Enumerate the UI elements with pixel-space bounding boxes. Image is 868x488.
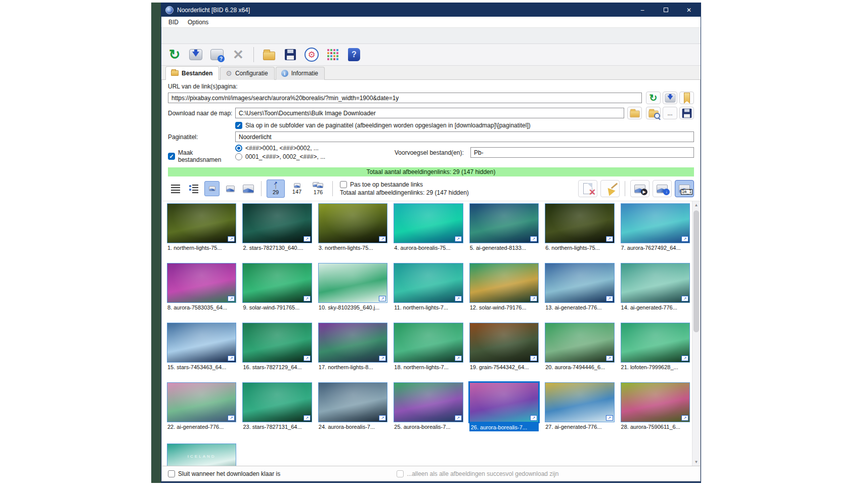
thumbnail-item[interactable]: ↗ 19. grain-7544342_64... <box>469 323 539 370</box>
refresh-url-button[interactable]: ↻ <box>646 92 661 104</box>
maximize-button[interactable] <box>654 3 677 17</box>
thumbnail-item[interactable]: ↗ 27. ai-generated-776... <box>545 382 614 431</box>
thumbnail-image[interactable]: ↗ <box>621 382 690 422</box>
thumbnail-item[interactable]: ↗ 20. aurora-7494446_6... <box>545 323 614 370</box>
make-filenames-checkbox[interactable]: ✓ <box>168 153 175 160</box>
thumbnail-item[interactable]: ↗ 15. stars-7453463_64... <box>167 323 236 370</box>
download-folder-input[interactable] <box>235 108 624 118</box>
thumbnail-image[interactable]: ↗ <box>545 203 614 243</box>
view-large-thumbs-button[interactable] <box>241 181 256 196</box>
thumbnail-item[interactable]: ↗ 2. stars-7827130_640.... <box>242 203 312 251</box>
thumbnail-item[interactable]: ↗ 7. aurora-7627492_64... <box>621 203 690 251</box>
thumbnail-item[interactable]: ↗ 18. northern-lights-7... <box>394 323 463 370</box>
thumbnail-image[interactable]: ↗ <box>318 382 387 422</box>
browse-button[interactable]: ... <box>663 107 677 119</box>
image-gallery-button[interactable] <box>325 47 341 63</box>
thumbnail-item[interactable]: ↗ 24. aurora-borealis-7... <box>318 382 387 431</box>
apply-existing-checkbox[interactable] <box>340 181 347 188</box>
queue-help-button[interactable]: ? <box>209 47 225 63</box>
menu-bid[interactable]: BID <box>164 18 183 27</box>
close-button[interactable]: ✕ <box>677 3 701 17</box>
thumbnail-item[interactable]: ↗ 21. lofoten-7999628_... <box>621 323 690 370</box>
thumbnail-image[interactable]: ↗ <box>621 263 690 303</box>
thumbnail-image[interactable]: ↗ <box>394 382 463 422</box>
tab-informatie[interactable]: i Informatie <box>276 67 325 80</box>
help-button[interactable]: ? <box>346 47 362 63</box>
thumbnail-image[interactable]: ↗ <box>545 382 614 422</box>
thumbnail-item[interactable]: ↗ 10. sky-8102395_640.j... <box>318 263 387 310</box>
thumbnail-item[interactable]: ↗ 6. northern-lights-75... <box>545 203 614 251</box>
thumbnail-item[interactable]: ↗ 12. solar-wind-79176... <box>469 263 539 310</box>
close-when-done-checkbox[interactable] <box>168 470 175 477</box>
thumbnail-item[interactable]: ↗ 13. ai-generated-776... <box>545 263 614 310</box>
thumbnail-image[interactable]: ↗ <box>318 203 387 243</box>
thumbnail-item[interactable]: ↗ 14. ai-generated-776... <box>621 263 690 310</box>
queue-url-button[interactable] <box>663 92 677 104</box>
prefix-input[interactable] <box>470 147 694 158</box>
thumbnail-image[interactable]: ↗ <box>621 203 690 243</box>
thumbnail-item[interactable]: ↗ 11. northern-lights-7... <box>394 263 463 310</box>
filter-links-button[interactable]: ↗ 29 <box>267 180 285 198</box>
save-button[interactable] <box>282 47 298 63</box>
save-settings-button[interactable] <box>679 107 694 119</box>
filter-hidden-button[interactable]: 147 <box>288 180 306 198</box>
thumbnail-image[interactable]: ↗ <box>545 263 614 303</box>
thumbnail-item[interactable]: ↗ 28. aurora-7590611_6... <box>621 382 690 431</box>
bookmark-button[interactable] <box>679 92 694 104</box>
settings-button[interactable]: ⚙ <box>303 47 320 63</box>
thumbnail-item[interactable]: ↗ 17. northern-lights-8... <box>318 323 387 370</box>
add-to-queue-button[interactable] <box>188 47 204 63</box>
filter-all-button[interactable]: 176 <box>309 180 327 198</box>
explore-folder-button[interactable] <box>646 107 661 119</box>
thumbnail-item[interactable]: ↗ 9. solar-wind-791765... <box>242 263 312 310</box>
thumbnail-item[interactable]: ↗ 26. aurora-borealis-7... <box>469 382 539 431</box>
thumbnail-image[interactable]: ↗ <box>242 382 312 422</box>
thumbnail-item[interactable]: ↗ 8. aurora-7583035_64... <box>167 263 236 310</box>
scroll-down-icon[interactable]: ▼ <box>692 458 700 466</box>
thumbnail-image[interactable]: ↗ <box>545 323 614 363</box>
thumbnail-item[interactable]: ↗ 22. ai-generated-776... <box>167 382 236 431</box>
filename-pattern-radio-1[interactable] <box>235 145 242 152</box>
scroll-up-icon[interactable]: ▲ <box>692 201 700 209</box>
thumbnail-item[interactable]: ↗ 5. ai-generated-8133... <box>469 203 539 251</box>
stop-button[interactable]: ✕ <box>230 47 246 63</box>
thumbnail-item[interactable]: ↗ 1. northern-lights-75... <box>167 203 236 251</box>
thumbnail-image[interactable]: ↗ <box>167 382 236 422</box>
thumbnail-image[interactable]: ↗ <box>394 203 463 243</box>
choose-folder-button[interactable] <box>627 107 642 119</box>
thumbnail-image[interactable]: ↗ <box>242 323 312 363</box>
url-input[interactable] <box>168 93 642 103</box>
view-list-button[interactable] <box>168 181 183 196</box>
thumbnail-item[interactable]: ↗ 25. aurora-borealis-7... <box>394 382 463 431</box>
thumbnail-image[interactable]: ↗ <box>242 263 312 303</box>
thumbnail-image[interactable]: ↗ <box>469 203 539 243</box>
vertical-scrollbar[interactable]: ▲ ▼ <box>692 201 700 466</box>
tab-configuratie[interactable]: ⚙ Configuratie <box>220 67 274 80</box>
pagetitle-input[interactable] <box>235 131 694 142</box>
thumbnail-item[interactable]: ↗ 23. stars-7827131_64... <box>242 382 312 431</box>
thumbnail-item[interactable]: ↗ 3. northern-lights-75... <box>318 203 387 251</box>
only-if-success-checkbox[interactable] <box>397 470 404 477</box>
thumbnail-image[interactable]: ↗ <box>469 323 539 363</box>
subfolder-checkbox[interactable]: ✓ <box>235 122 242 129</box>
view-medium-thumbs-button[interactable] <box>223 181 238 196</box>
view-details-button[interactable] <box>186 181 201 196</box>
title-bar[interactable]: Noorderlicht [BID 6.28 x64] – ✕ <box>161 3 701 17</box>
thumbnail-image[interactable]: ↗ <box>469 263 539 303</box>
menu-options[interactable]: Options <box>184 18 212 27</box>
thumbnail-image[interactable]: ↗ <box>318 263 387 303</box>
thumbnail-image[interactable]: ↗ <box>167 263 236 303</box>
tab-bestanden[interactable]: Bestanden <box>165 66 219 80</box>
download-images-button[interactable]: ↓ <box>653 180 672 197</box>
go-button[interactable]: ↻ <box>166 47 183 63</box>
thumbnail-item[interactable]: ↗ 16. stars-7827129_64... <box>242 323 312 370</box>
clear-list-button[interactable] <box>600 180 620 197</box>
thumbnail-image[interactable]: ↗ <box>394 323 463 363</box>
show-filenames-toggle[interactable]: 1m_1 <box>675 180 694 197</box>
slideshow-button[interactable]: ▶ <box>630 180 649 197</box>
thumbnail-image[interactable]: ↗ <box>469 382 539 422</box>
minimize-button[interactable]: – <box>631 3 654 17</box>
view-small-thumbs-button[interactable] <box>204 181 220 196</box>
thumbnail-item[interactable]: ICELAND ↗ <box>167 443 236 466</box>
remove-links-button[interactable]: ✕ <box>578 180 597 197</box>
